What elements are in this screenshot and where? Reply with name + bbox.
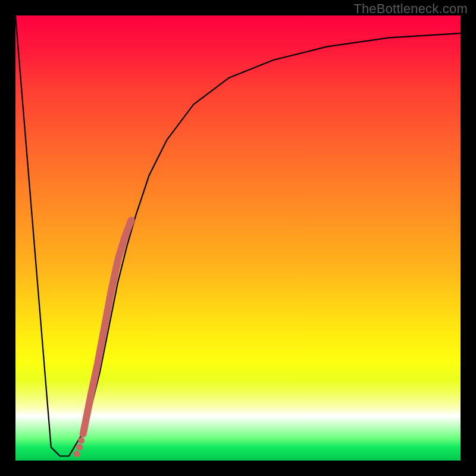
bottleneck-curve-line xyxy=(15,15,461,456)
highlight-band-path xyxy=(83,220,131,434)
marker-band xyxy=(83,220,131,434)
marker-dot xyxy=(74,450,80,457)
marker-dot xyxy=(80,431,86,437)
plot-area xyxy=(15,15,461,461)
marker-dot xyxy=(78,437,84,444)
chart-frame: TheBottleneck.com xyxy=(0,0,476,476)
main-curve-path xyxy=(15,15,461,456)
watermark-text: TheBottleneck.com xyxy=(353,1,468,17)
chart-svg xyxy=(15,15,461,461)
marker-dot xyxy=(76,444,83,450)
